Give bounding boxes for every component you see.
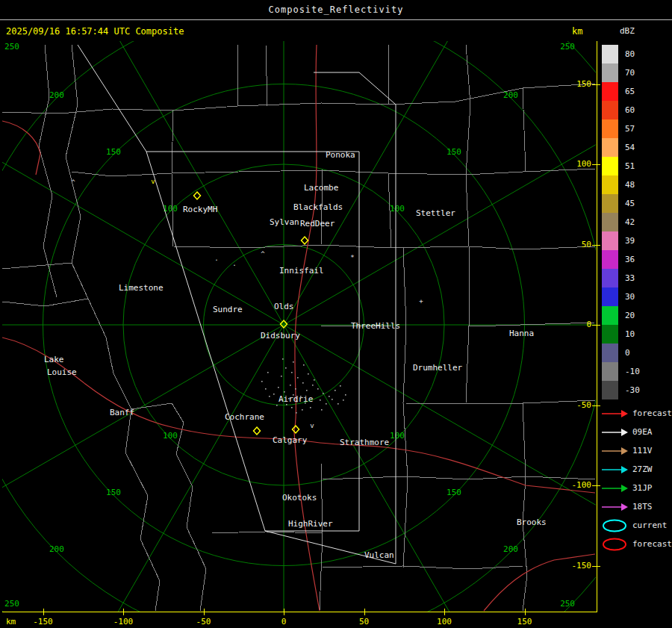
colorbar-value-label: 20	[625, 311, 635, 320]
site-diamond-marker	[194, 192, 201, 199]
radar-map[interactable]: 1001001001001501501501502002002002002502…	[2, 41, 596, 612]
ring-distance-label: 100	[390, 204, 405, 214]
window-title: Composite_Reflectivity	[0, 0, 672, 19]
colorbar-swatch	[602, 45, 618, 63]
legend-symbol-row: 27ZW	[600, 460, 672, 479]
site-diamond-marker	[254, 427, 261, 435]
title-separator	[0, 19, 672, 20]
x-axis-label: 100	[437, 617, 452, 627]
ring-distance-label: 100	[390, 431, 405, 441]
colorbar-value-label: 51	[625, 161, 635, 171]
km-unit-bottom-label: km	[6, 617, 16, 627]
colorbar-swatch	[602, 287, 618, 306]
x-axis-label: 0	[281, 617, 287, 627]
city-label: Lake	[44, 355, 64, 364]
colorbar-value-label: 70	[625, 68, 635, 78]
legend-symbol-label: 18TS	[632, 502, 653, 512]
reflectivity-colorbar: 807065605754514845423936333020100-10-30	[602, 45, 640, 400]
city-label: Sylvan	[270, 217, 299, 227]
colorbar-value-label: 39	[625, 236, 635, 246]
ring-distance-label: 150	[106, 147, 121, 157]
colorbar-swatch	[602, 250, 618, 269]
echo-speckles	[261, 358, 346, 414]
ellipse-icon	[600, 519, 629, 532]
legend-symbol-row: 111V	[600, 441, 672, 460]
arrow-icon	[600, 482, 629, 495]
site-diamond-marker	[293, 426, 299, 433]
colorbar-row: 39	[602, 231, 640, 250]
arrow-icon	[600, 426, 629, 439]
city-label: ThreeHills	[351, 321, 400, 331]
city-label: RedDeer	[300, 219, 335, 228]
city-label: Innisfail	[279, 266, 324, 276]
colorbar-value-label: 60	[625, 105, 635, 115]
colorbar-row: -30	[602, 381, 640, 400]
city-label: Lacombe	[304, 183, 338, 193]
arrow-icon	[600, 444, 629, 458]
colorbar-swatch	[602, 63, 618, 82]
colorbar-swatch	[602, 82, 618, 101]
colorbar-value-label: 10	[625, 329, 635, 339]
colorbar-value-label: 57	[625, 124, 635, 134]
colorbar-value-label: 54	[625, 143, 635, 152]
ring-distance-label: 150	[106, 488, 121, 497]
colorbar-row: 33	[602, 269, 640, 287]
city-label: Banff	[110, 408, 134, 417]
x-axis-line	[2, 612, 597, 612]
ring-distance-label: 250	[560, 42, 575, 52]
colorbar-row: 54	[602, 138, 640, 157]
legend-symbol-row: 09EA	[600, 423, 672, 441]
point-symbol: ^	[261, 250, 265, 258]
colorbar-value-label: 48	[625, 180, 635, 190]
colorbar-row: 57	[602, 119, 640, 138]
city-label: Drumheller	[413, 363, 463, 373]
colorbar-swatch	[602, 231, 618, 250]
arrow-icon	[600, 463, 629, 476]
point-symbol: .	[232, 260, 236, 267]
site-diamond-marker	[302, 237, 308, 244]
legend-symbol-label: 27ZW	[632, 464, 653, 474]
colorbar-row: 42	[602, 213, 640, 231]
x-axis-label: 50	[359, 617, 369, 627]
colorbar-value-label: 45	[625, 199, 635, 208]
colorbar-value-label: 33	[625, 273, 635, 283]
colorbar-row: 36	[602, 250, 640, 269]
city-label: Blackfalds	[293, 202, 343, 212]
colorbar-swatch	[602, 119, 618, 138]
ring-distance-label: 200	[49, 90, 64, 100]
city-label: Stettler	[416, 208, 455, 218]
colorbar-swatch	[602, 343, 618, 362]
colorbar-row: 48	[602, 175, 640, 194]
colorbar-value-label: 80	[625, 49, 635, 59]
colorbar-value-label: 30	[625, 292, 635, 302]
x-axis-label: -50	[196, 617, 211, 627]
ring-distance-label: 100	[163, 431, 178, 441]
city-label: RockyMH	[183, 205, 217, 214]
colorbar-swatch	[602, 325, 618, 343]
city-label: Calgary	[273, 435, 308, 445]
colorbar-row: 60	[602, 101, 640, 119]
colorbar-row: 65	[602, 82, 640, 101]
radar-window: Composite_Reflectivity 2025/09/16 16:57:…	[0, 0, 672, 628]
colorbar-row: 80	[602, 45, 640, 63]
city-label: Cochrane	[225, 412, 264, 422]
colorbar-row: 45	[602, 194, 640, 213]
km-unit-top-label: km	[572, 26, 582, 37]
legend-symbol-row: 31JP	[600, 479, 672, 497]
ring-distance-label: 200	[503, 544, 518, 554]
colorbar-swatch	[602, 213, 618, 231]
city-label: Brooks	[517, 517, 547, 527]
x-axis-label: 150	[517, 617, 532, 627]
colorbar-swatch	[602, 175, 618, 194]
city-label: Strathmore	[340, 438, 389, 447]
ring-distance-label: 250	[4, 42, 19, 52]
legend-symbol-label: 111V	[632, 446, 653, 456]
symbol-legend: forecast09EA111V27ZW31JP18TScurrentforec…	[600, 404, 672, 553]
colorbar-swatch	[602, 157, 618, 175]
legend-symbol-row: forecast	[600, 404, 672, 423]
point-symbol: v	[310, 422, 314, 429]
timestamp-label: 2025/09/16 16:57:44 UTC Composite	[6, 26, 184, 37]
point-symbol: ^	[71, 178, 75, 186]
colorbar-value-label: -30	[625, 385, 640, 395]
arrow-icon	[600, 407, 629, 420]
